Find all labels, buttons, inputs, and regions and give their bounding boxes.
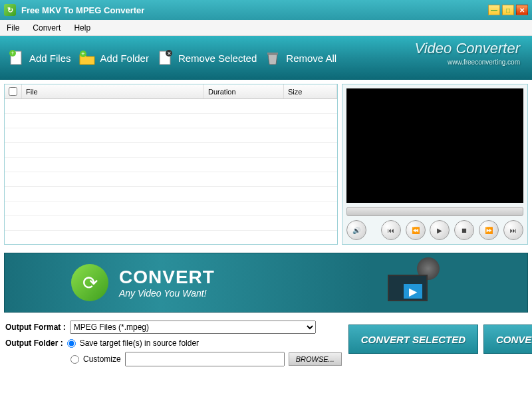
menu-bar: File Convert Help [0, 20, 532, 36]
table-row [5, 128, 337, 143]
toolbar: + Add Files + Add Folder ✕ Remove Select… [0, 36, 532, 80]
source-folder-radio[interactable] [67, 339, 76, 348]
output-folder-label: Output Folder : [5, 338, 63, 348]
svg-text:✕: ✕ [166, 51, 171, 57]
menu-file[interactable]: File [7, 23, 19, 33]
remove-selected-button[interactable]: ✕ Remove Selected [156, 49, 257, 67]
menu-convert[interactable]: Convert [33, 23, 61, 33]
file-list-body[interactable] [5, 99, 337, 244]
clapperboard-icon: ▶ [388, 261, 434, 301]
preview-panel: 🔊 ⏮ ⏪ ▶ ⏹ ⏩ ⏭ [342, 84, 528, 245]
minimize-button[interactable]: — [488, 5, 500, 15]
window-title: Free MKV To MPEG Converter [21, 5, 144, 15]
play-button[interactable]: ▶ [430, 220, 450, 240]
add-folder-button[interactable]: + Add Folder [78, 49, 149, 67]
brand-label: Video Converter www.freeconverting.com [414, 40, 520, 66]
trash-icon [263, 49, 282, 67]
table-row [5, 216, 337, 231]
svg-text:+: + [11, 50, 14, 57]
table-row [5, 114, 337, 128]
table-row [5, 143, 337, 158]
source-folder-label: Save target file(s) in source folder [80, 338, 199, 348]
col-size[interactable]: Size [284, 84, 337, 98]
seek-bar[interactable] [346, 207, 523, 216]
convert-circle-icon: ⟳ [71, 264, 108, 301]
add-files-button[interactable]: + Add Files [7, 49, 71, 67]
file-list-panel: File Duration Size [4, 84, 338, 245]
menu-help[interactable]: Help [74, 23, 90, 33]
output-format-label: Output Format : [5, 323, 66, 332]
promo-banner: ⟳ CONVERT Any Video You Want! ▶ [4, 253, 528, 313]
customize-radio[interactable] [70, 355, 79, 364]
col-duration[interactable]: Duration [204, 84, 284, 98]
volume-button[interactable]: 🔊 [346, 220, 366, 240]
banner-subtitle: Any Video You Want! [119, 288, 215, 299]
app-logo-icon: ↻ [4, 4, 16, 16]
player-controls: 🔊 ⏮ ⏪ ▶ ⏹ ⏩ ⏭ [346, 220, 523, 240]
svg-text:+: + [81, 51, 84, 57]
convert-all-button[interactable]: CONVERT ALL [483, 325, 532, 354]
forward-button[interactable]: ⏩ [479, 220, 499, 240]
next-button[interactable]: ⏭ [503, 220, 523, 240]
custom-folder-input[interactable] [125, 352, 285, 366]
file-add-icon: + [7, 49, 25, 67]
browse-button[interactable]: BROWSE... [289, 352, 342, 366]
svg-rect-8 [267, 53, 278, 55]
close-button[interactable]: ✕ [516, 5, 528, 15]
table-row [5, 172, 337, 187]
file-remove-icon: ✕ [156, 49, 174, 67]
prev-button[interactable]: ⏮ [381, 220, 401, 240]
stop-button[interactable]: ⏹ [454, 220, 474, 240]
remove-all-button[interactable]: Remove All [263, 49, 336, 67]
title-bar: ↻ Free MKV To MPEG Converter — □ ✕ [0, 0, 532, 20]
customize-label: Customize [83, 354, 121, 364]
table-row [5, 99, 337, 114]
output-format-select[interactable]: MPEG Files (*.mpeg) [70, 321, 316, 334]
banner-title: CONVERT [119, 267, 215, 288]
file-list-header: File Duration Size [5, 84, 337, 99]
col-file[interactable]: File [22, 84, 204, 98]
brand-url-link[interactable]: www.freeconverting.com [414, 59, 520, 66]
output-settings: Output Format : MPEG Files (*.mpeg) Outp… [5, 319, 342, 367]
video-preview [346, 88, 523, 203]
select-all-checkbox[interactable] [9, 87, 17, 96]
rewind-button[interactable]: ⏪ [406, 220, 426, 240]
table-row [5, 187, 337, 201]
convert-selected-button[interactable]: CONVERT SELECTED [348, 325, 478, 354]
table-row [5, 201, 337, 216]
table-row [5, 158, 337, 172]
maximize-button[interactable]: □ [502, 5, 514, 15]
folder-add-icon: + [78, 49, 96, 67]
